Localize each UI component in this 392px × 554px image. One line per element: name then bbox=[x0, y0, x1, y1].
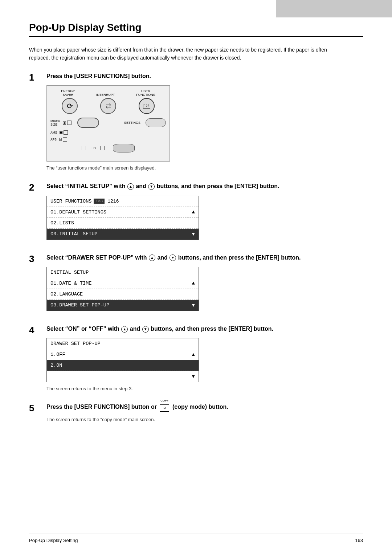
footer-right: 163 bbox=[355, 538, 363, 543]
aps-checkbox bbox=[63, 137, 67, 142]
mixed-size-label: MIXEDSIZE bbox=[50, 119, 60, 126]
copy-label-top: COPY bbox=[160, 399, 169, 403]
intro-text: When you place paper whose size is diffe… bbox=[29, 46, 341, 62]
mixed-size-row: MIXEDSIZE ⊞ — SETTINGS bbox=[50, 118, 166, 128]
step-4-content: Select “ON” or “OFF” with ▲ and ▼ button… bbox=[46, 325, 363, 393]
mixed-size-icon: ⊞ bbox=[62, 120, 66, 126]
footer-left: Pop-Up Display Setting bbox=[29, 538, 78, 543]
down-arrow-icon-3: ▼ bbox=[170, 254, 176, 261]
step-4-lcd: DRAWER SET POP-UP 1.OFF ▲ 2.ON ▼ bbox=[46, 338, 199, 382]
lcd-header-text: USER FUNCTIONS bbox=[50, 199, 91, 204]
step-1-note: The “user functions mode” main screen is… bbox=[46, 165, 363, 171]
lcd-row-3-highlighted: 03.INITIAL SETUP ▼ bbox=[47, 229, 199, 240]
step-4-heading: Select “ON” or “OFF” with ▲ and ▼ button… bbox=[46, 325, 363, 333]
ld-sq-left bbox=[82, 146, 86, 150]
step-2: 2 Select “INITIAL SETUP” with ▲ and ▼ bu… bbox=[29, 182, 363, 243]
step-4-number: 4 bbox=[29, 325, 44, 335]
ams-checkbox bbox=[64, 130, 68, 135]
energy-saver-button[interactable]: ⟳ bbox=[62, 98, 78, 114]
ctrl-labels-row: ENERGY SAVER INTERRUPT USER FUNCTIONS bbox=[50, 89, 166, 97]
mixed-size-button[interactable] bbox=[77, 118, 99, 128]
step-1-heading: Press the [USER FUNCTIONS] button. bbox=[46, 72, 363, 80]
step4-lcd-row-2-highlighted: 2.ON bbox=[47, 360, 199, 371]
step3-down-arrow: ▼ bbox=[192, 302, 195, 308]
lcd-row-1: 01.DEFAULT SETTINGS ▲ bbox=[47, 207, 199, 218]
step-5-heading: Press the [USER FUNCTIONS] button or COP… bbox=[46, 403, 363, 411]
aps-label: APS bbox=[50, 138, 57, 141]
up-arrow-icon-4: ▲ bbox=[121, 326, 128, 333]
lcd-row-2: 02.LISTS bbox=[47, 218, 199, 229]
lcd-page: 1216 bbox=[107, 199, 119, 204]
step-2-number: 2 bbox=[29, 182, 44, 193]
step-1: 1 Press the [USER FUNCTIONS] button. ENE… bbox=[29, 72, 363, 172]
step-2-heading: Select “INITIAL SETUP” with ▲ and ▼ butt… bbox=[46, 182, 363, 190]
lcd-up-arrow: ▲ bbox=[192, 209, 195, 215]
step3-lcd-row-1: 01.DATE & TIME ▲ bbox=[47, 278, 199, 289]
up-arrow-icon-3: ▲ bbox=[149, 254, 155, 261]
step3-lcd-row-2: 02.LANGUAGE bbox=[47, 289, 199, 300]
step4-lcd-row-1: 1.OFF ▲ bbox=[47, 349, 199, 360]
interrupt-button[interactable]: ⇄ bbox=[100, 98, 116, 114]
ld-button[interactable] bbox=[113, 144, 135, 152]
step-2-content: Select “INITIAL SETUP” with ▲ and ▼ butt… bbox=[46, 182, 363, 243]
page-footer: Pop-Up Display Setting 163 bbox=[29, 534, 363, 543]
mixed-size-checkbox bbox=[67, 121, 72, 125]
step-3-content: Select “DRAWER SET POP-UP” with ▲ and ▼ … bbox=[46, 254, 363, 315]
step4-lcd-row-3: ▼ bbox=[47, 371, 199, 382]
step-1-content: Press the [USER FUNCTIONS] button. ENERG… bbox=[46, 72, 363, 172]
ld-sq-right bbox=[100, 146, 105, 150]
user-functions-label: USER FUNCTIONS bbox=[136, 89, 155, 97]
step4-down-arrow: ▼ bbox=[192, 374, 195, 379]
ld-label: LD bbox=[91, 146, 96, 150]
step-4-note: The screen returns to the menu in step 3… bbox=[46, 386, 363, 391]
step-4: 4 Select “ON” or “OFF” with ▲ and ▼ butt… bbox=[29, 325, 363, 393]
step-5-content: Press the [USER FUNCTIONS] button or COP… bbox=[46, 403, 363, 423]
step4-up-arrow: ▲ bbox=[192, 352, 195, 358]
settings-button[interactable] bbox=[146, 118, 166, 127]
copy-mode-icon: ⊟ bbox=[160, 404, 169, 412]
step-1-number: 1 bbox=[29, 72, 44, 83]
header-bar bbox=[276, 0, 392, 17]
lcd-header-row: USER FUNCTIONS 123 1216 bbox=[47, 196, 199, 207]
interrupt-label: INTERRUPT bbox=[96, 89, 115, 97]
settings-label: SETTINGS bbox=[124, 121, 140, 125]
step-5: 5 Press the [USER FUNCTIONS] button or C… bbox=[29, 403, 363, 423]
step-3-heading: Select “DRAWER SET POP-UP” with ▲ and ▼ … bbox=[46, 254, 363, 262]
lcd-down-arrow: ▼ bbox=[192, 231, 195, 237]
step-5-note: The screen returns to the “copy mode” ma… bbox=[46, 417, 363, 422]
ams-label: AMS bbox=[50, 131, 57, 134]
control-panel-image: ENERGY SAVER INTERRUPT USER FUNCTIONS ⟳ bbox=[46, 85, 170, 162]
step-3-number: 3 bbox=[29, 254, 44, 264]
user-functions-button[interactable]: 123 bbox=[139, 98, 155, 114]
ld-row: LD bbox=[50, 144, 166, 152]
aps-row: APS ⊡ bbox=[50, 137, 166, 142]
step-2-lcd: USER FUNCTIONS 123 1216 01.DEFAULT SETTI… bbox=[46, 196, 199, 240]
ams-row: AMS ▣ bbox=[50, 130, 166, 135]
page-title: Pop-Up Display Setting bbox=[29, 22, 363, 37]
down-arrow-icon-4: ▼ bbox=[142, 326, 149, 333]
lcd-badge: 123 bbox=[94, 199, 105, 204]
step4-lcd-header: DRAWER SET POP-UP bbox=[47, 338, 199, 349]
step-5-number: 5 bbox=[29, 403, 44, 414]
step-3-lcd: INITIAL SETUP 01.DATE & TIME ▲ 02.LANGUA… bbox=[46, 267, 199, 311]
step3-lcd-header: INITIAL SETUP bbox=[47, 267, 199, 278]
ctrl-buttons-row: ⟳ ⇄ 123 bbox=[50, 98, 166, 114]
down-arrow-icon: ▼ bbox=[148, 183, 155, 190]
step3-up-arrow: ▲ bbox=[192, 280, 195, 286]
energy-saver-label: ENERGY SAVER bbox=[61, 89, 75, 97]
up-arrow-icon: ▲ bbox=[127, 183, 134, 190]
step-3: 3 Select “DRAWER SET POP-UP” with ▲ and … bbox=[29, 254, 363, 315]
step3-lcd-row-3-highlighted: 03.DRAWER SET POP-UP ▼ bbox=[47, 300, 199, 311]
